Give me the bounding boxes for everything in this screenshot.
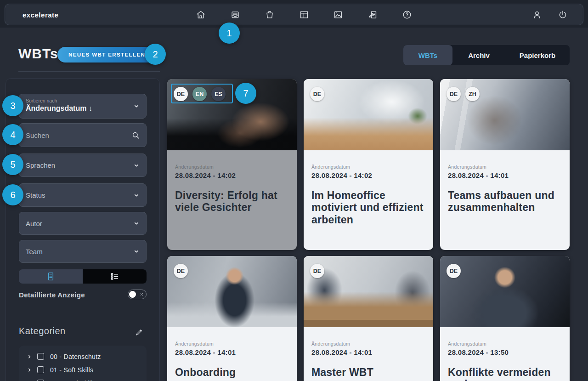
view-mode-toggle	[19, 269, 147, 284]
sort-dropdown[interactable]: Sortieren nach Änderungsdatum ↓	[19, 94, 147, 119]
wbt-card-master[interactable]: DE Änderungsdatum 28.08.2024 - 14:01 Mas…	[304, 256, 433, 381]
wbt-card-grid: DE EN ES Änderungsdatum 28.08.2024 - 14:…	[167, 79, 570, 381]
wbt-box-icon[interactable]	[230, 9, 241, 20]
card-view-button[interactable]	[19, 269, 83, 284]
search-field[interactable]	[19, 123, 147, 147]
search-input[interactable]	[19, 124, 146, 147]
title-divider	[18, 71, 160, 72]
language-badge-de[interactable]: DE	[310, 87, 324, 101]
card-view-icon	[46, 272, 56, 281]
category-item[interactable]: 02 - Hard Skills	[27, 376, 147, 381]
team-dropdown[interactable]: Team	[19, 240, 147, 263]
language-badge-de[interactable]: DE	[310, 264, 324, 278]
chevron-down-icon	[133, 248, 140, 255]
card-title: Onboarding	[175, 366, 289, 378]
language-badge-zh[interactable]: ZH	[465, 87, 480, 101]
date-label: Änderungsdatum	[175, 341, 289, 347]
language-badges: DE	[310, 87, 324, 101]
layout-icon[interactable]	[299, 9, 310, 20]
tab-papierkorb[interactable]: Papierkorb	[505, 45, 570, 65]
date-label: Änderungsdatum	[448, 341, 562, 347]
detail-view-label: Detaillierte Anzeige	[19, 291, 85, 299]
header-strip: excelerate	[0, 0, 588, 28]
shop-icon[interactable]	[264, 9, 275, 20]
card-date: 28.08.2024 - 14:01	[311, 348, 425, 356]
author-dropdown-label: Autor	[26, 220, 42, 227]
notes-icon[interactable]	[368, 9, 379, 20]
category-label: 01 - Soft Skills	[50, 366, 93, 374]
card-body: Änderungsdatum 28.08.2024 - 14:01 Master…	[304, 327, 433, 378]
media-icon[interactable]	[333, 9, 344, 20]
search-icon[interactable]	[131, 131, 140, 140]
chevron-down-icon	[133, 192, 140, 199]
app-logo: excelerate	[23, 11, 58, 19]
team-dropdown-label: Team	[26, 248, 43, 256]
category-checkbox[interactable]	[37, 353, 44, 360]
language-badge-es[interactable]: ES	[211, 87, 226, 101]
languages-dropdown-label: Sprachen	[26, 161, 55, 169]
language-badge-de[interactable]: DE	[447, 264, 461, 278]
date-label: Änderungsdatum	[311, 164, 425, 170]
language-badges: DE EN ES	[174, 87, 226, 101]
home-icon[interactable]	[195, 9, 206, 20]
list-view-icon	[110, 272, 119, 281]
help-icon[interactable]	[401, 9, 413, 20]
chevron-right-icon[interactable]	[27, 354, 32, 359]
card-title: Master WBT	[311, 366, 425, 378]
tab-archiv[interactable]: Archiv	[452, 45, 505, 65]
status-dropdown[interactable]: Status	[19, 183, 147, 207]
category-label: 00 - Datenschutz	[50, 353, 101, 360]
card-title: Teams aufbauen und zusammenhalten	[448, 189, 562, 214]
annotation-marker-2: 2	[145, 44, 166, 65]
language-badges: DE ZH	[447, 87, 480, 101]
language-badge-en[interactable]: EN	[192, 87, 207, 101]
date-label: Änderungsdatum	[311, 341, 425, 347]
power-icon[interactable]	[557, 9, 568, 20]
annotation-marker-5: 5	[2, 154, 23, 175]
languages-dropdown[interactable]: Sprachen	[19, 154, 147, 177]
list-view-button[interactable]	[83, 269, 147, 284]
categories-panel: 00 - Datenschutz 01 - Soft Skills 02 - H…	[19, 346, 147, 381]
filter-sidebar: Sortieren nach Änderungsdatum ↓ Sprachen…	[6, 78, 160, 381]
card-body: Änderungsdatum 28.08.2024 - 14:01 Onboar…	[167, 327, 297, 378]
language-badge-de[interactable]: DE	[447, 87, 461, 101]
annotation-marker-4: 4	[2, 124, 23, 145]
detail-view-row: Detaillierte Anzeige	[19, 289, 147, 300]
card-date: 28.08.2024 - 13:50	[448, 348, 562, 356]
chevron-down-icon	[133, 162, 140, 169]
wbt-card-homeoffice[interactable]: DE Änderungsdatum 28.08.2024 - 14:02 Im …	[304, 79, 433, 250]
toggle-off-x-icon	[140, 292, 144, 296]
tab-wbts[interactable]: WBTs	[403, 45, 452, 65]
chevron-right-icon[interactable]	[27, 368, 32, 372]
annotation-marker-6: 6	[2, 184, 23, 205]
user-icon[interactable]	[531, 9, 543, 20]
wbt-card-teams[interactable]: DE ZH Änderungsdatum 28.08.2024 - 14:01 …	[440, 79, 570, 250]
language-badge-de[interactable]: DE	[174, 87, 188, 101]
card-image: DE ZH	[440, 79, 570, 150]
language-badges: DE	[174, 264, 188, 278]
card-date: 28.08.2024 - 14:02	[175, 171, 289, 179]
category-label: 02 - Hard Skills	[50, 380, 96, 381]
wbt-card-konflikte[interactable]: DE Änderungsdatum 28.08.2024 - 13:50 Kon…	[440, 256, 570, 381]
card-body: Änderungsdatum 28.08.2024 - 13:50 Konfli…	[440, 327, 570, 381]
language-badges: DE	[310, 264, 324, 278]
detail-view-toggle[interactable]	[128, 290, 147, 299]
card-image: DE	[304, 79, 433, 150]
annotation-marker-1: 1	[219, 23, 240, 44]
language-badges: DE	[447, 264, 461, 278]
category-item[interactable]: 00 - Datenschutz	[27, 350, 147, 363]
language-badge-de[interactable]: DE	[174, 264, 188, 278]
create-wbt-button[interactable]: NEUES WBT ERSTELLEN	[57, 47, 156, 63]
annotation-marker-3: 3	[2, 95, 23, 116]
edit-categories-icon[interactable]	[135, 328, 144, 336]
author-dropdown[interactable]: Autor	[19, 212, 147, 235]
toggle-knob	[129, 291, 136, 298]
category-checkbox[interactable]	[37, 366, 44, 373]
wbt-card-diversity[interactable]: DE EN ES Änderungsdatum 28.08.2024 - 14:…	[167, 79, 297, 250]
category-item[interactable]: 01 - Soft Skills	[27, 363, 147, 376]
date-label: Änderungsdatum	[175, 164, 289, 170]
card-date: 28.08.2024 - 14:01	[448, 171, 562, 179]
card-title: Diversity: Erfolg hat viele Gesichter	[175, 189, 289, 214]
wbt-card-onboarding[interactable]: DE Änderungsdatum 28.08.2024 - 14:01 Onb…	[167, 256, 297, 381]
categories-title: Kategorien	[19, 326, 66, 336]
